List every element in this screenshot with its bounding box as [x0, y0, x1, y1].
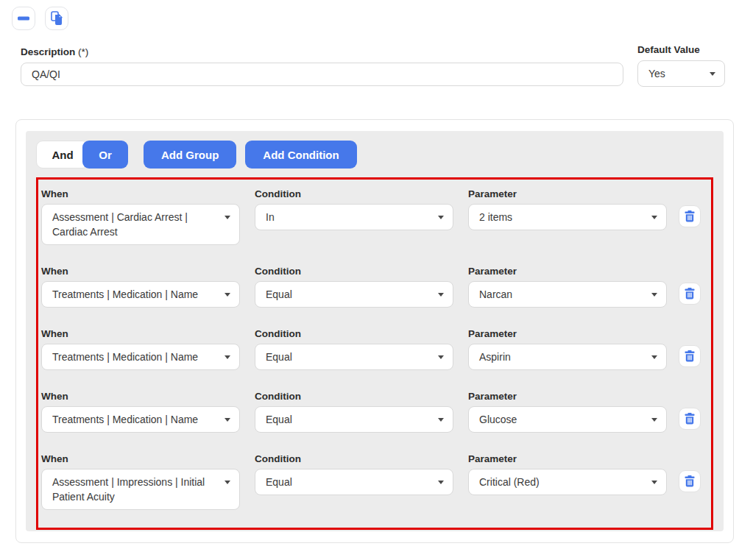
when-column: When Assessment | Cardiac Arrest | Cardi…	[41, 188, 240, 245]
caret-down-icon	[651, 418, 657, 422]
toolbar	[12, 7, 68, 30]
trash-icon	[685, 288, 695, 300]
minus-icon	[18, 16, 29, 21]
condition-select[interactable]: Equal	[255, 281, 453, 308]
delete-column	[679, 328, 701, 367]
parameter-label: Parameter	[468, 453, 667, 464]
parameter-column: Parameter Glucose	[468, 391, 667, 433]
caret-down-icon	[651, 481, 657, 484]
conditions-group-highlighted: When Assessment | Cardiac Arrest | Cardi…	[36, 177, 713, 530]
parameter-value: Critical (Red)	[479, 476, 540, 488]
description-label: Description (*)	[21, 46, 623, 57]
default-value-select[interactable]: Yes	[637, 60, 725, 87]
when-select[interactable]: Treatments | Medication | Name	[41, 406, 240, 433]
condition-label: Condition	[255, 453, 453, 464]
condition-row: When Assessment | Impressions | Initial …	[41, 453, 701, 510]
required-hint: (*)	[78, 46, 88, 57]
caret-down-icon	[225, 481, 230, 484]
condition-row: When Treatments | Medication | Name Cond…	[41, 328, 701, 370]
when-value: Treatments | Medication | Name	[52, 351, 198, 363]
parameter-label: Parameter	[468, 391, 667, 402]
condition-value: Equal	[266, 351, 292, 363]
when-value: Assessment | Cardiac Arrest | Cardiac Ar…	[52, 211, 188, 238]
condition-select[interactable]: In	[255, 204, 453, 230]
remove-button[interactable]	[12, 7, 35, 30]
when-select[interactable]: Assessment | Impressions | Initial Patie…	[41, 469, 240, 510]
delete-column	[679, 391, 701, 430]
caret-down-icon	[651, 293, 657, 297]
condition-row: When Treatments | Medication | Name Cond…	[41, 266, 701, 308]
condition-column: Condition Equal	[255, 266, 453, 308]
caret-down-icon	[438, 293, 444, 297]
trash-icon	[685, 210, 695, 222]
condition-value: Equal	[266, 414, 292, 425]
when-column: When Treatments | Medication | Name	[41, 391, 240, 433]
description-label-text: Description	[21, 46, 75, 57]
delete-column	[679, 453, 701, 492]
add-group-button[interactable]: Add Group	[144, 141, 236, 169]
when-column: When Assessment | Impressions | Initial …	[41, 453, 240, 510]
caret-down-icon	[225, 355, 230, 359]
logic-and-button[interactable]: And	[36, 141, 89, 169]
default-value-label: Default Value	[637, 44, 725, 55]
when-value: Treatments | Medication | Name	[52, 288, 198, 300]
parameter-column: Parameter Narcan	[468, 266, 667, 308]
condition-label: Condition	[255, 391, 453, 402]
parameter-select[interactable]: 2 items	[468, 204, 667, 230]
add-condition-button[interactable]: Add Condition	[245, 141, 356, 169]
parameter-column: Parameter 2 items	[468, 188, 667, 230]
rule-editor-page: { "colors": { "accent": "#4678ea", "high…	[0, 0, 753, 560]
when-select[interactable]: Treatments | Medication | Name	[41, 281, 240, 308]
rule-builder-card: And Or Add Group Add Condition When Asse…	[15, 119, 734, 543]
parameter-select[interactable]: Aspirin	[468, 344, 667, 370]
description-input[interactable]	[21, 63, 623, 86]
parameter-column: Parameter Critical (Red)	[468, 453, 667, 495]
default-value-field: Default Value Yes	[637, 44, 725, 87]
parameter-value: Aspirin	[479, 351, 511, 363]
when-value: Assessment | Impressions | Initial Patie…	[52, 476, 205, 503]
parameter-label: Parameter	[468, 266, 667, 277]
copy-icon	[50, 11, 63, 26]
delete-condition-button[interactable]	[679, 470, 701, 492]
condition-column: Condition Equal	[255, 328, 453, 370]
delete-condition-button[interactable]	[679, 283, 701, 305]
when-label: When	[41, 328, 240, 339]
condition-value: Equal	[266, 476, 292, 488]
default-value-selected: Yes	[648, 68, 665, 79]
parameter-select[interactable]: Critical (Red)	[468, 469, 667, 495]
when-select[interactable]: Assessment | Cardiac Arrest | Cardiac Ar…	[41, 204, 240, 245]
when-column: When Treatments | Medication | Name	[41, 266, 240, 308]
parameter-select[interactable]: Narcan	[468, 281, 667, 308]
when-column: When Treatments | Medication | Name	[41, 328, 240, 370]
parameter-value: Glucose	[479, 414, 517, 425]
parameter-value: Narcan	[479, 288, 512, 300]
condition-value: In	[266, 211, 275, 223]
parameter-label: Parameter	[468, 328, 667, 339]
parameter-value: 2 items	[479, 211, 512, 223]
logic-or-button[interactable]: Or	[82, 141, 128, 169]
delete-condition-button[interactable]	[679, 345, 701, 367]
caret-down-icon	[225, 293, 230, 297]
caret-down-icon	[651, 355, 657, 359]
rule-builder-panel: And Or Add Group Add Condition When Asse…	[26, 131, 724, 531]
copy-button[interactable]	[45, 7, 68, 30]
trash-icon	[685, 475, 695, 487]
condition-row: When Treatments | Medication | Name Cond…	[41, 391, 701, 433]
when-select[interactable]: Treatments | Medication | Name	[41, 344, 240, 370]
caret-down-icon	[651, 216, 657, 219]
caret-down-icon	[225, 216, 230, 219]
trash-icon	[685, 413, 695, 425]
description-field: Description (*)	[21, 46, 623, 86]
caret-down-icon	[710, 72, 715, 76]
delete-condition-button[interactable]	[679, 408, 701, 430]
delete-condition-button[interactable]	[679, 205, 701, 227]
condition-select[interactable]: Equal	[255, 344, 453, 370]
condition-select[interactable]: Equal	[255, 469, 453, 495]
parameter-select[interactable]: Glucose	[468, 406, 667, 433]
condition-row: When Assessment | Cardiac Arrest | Cardi…	[41, 188, 701, 245]
condition-label: Condition	[255, 188, 453, 199]
when-label: When	[41, 453, 240, 464]
caret-down-icon	[438, 481, 444, 484]
condition-select[interactable]: Equal	[255, 406, 453, 433]
caret-down-icon	[438, 355, 444, 359]
